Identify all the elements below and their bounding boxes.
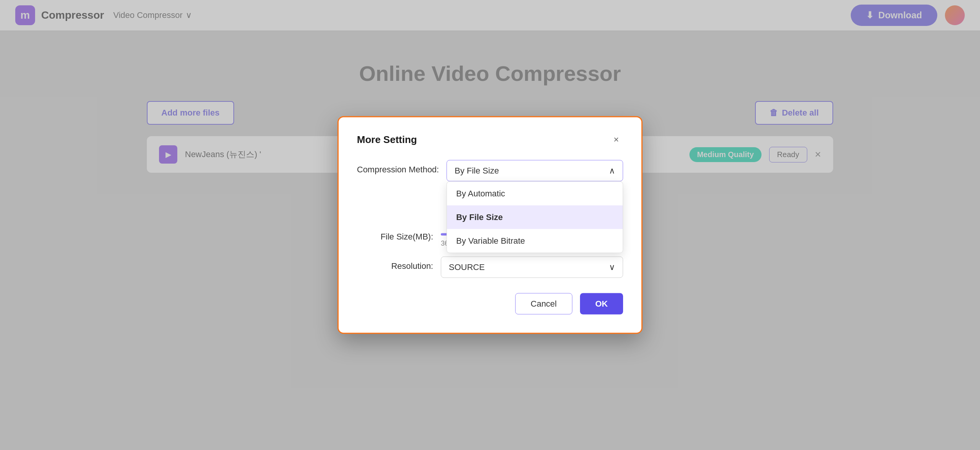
option-by-file-size[interactable]: By File Size (447, 206, 623, 229)
resolution-label: Resolution: (357, 257, 433, 271)
compression-dropdown-trigger[interactable]: By File Size ∧ (447, 160, 623, 182)
compression-dropdown-menu: By Automatic By File Size By Variable Bi… (447, 182, 623, 253)
resolution-control: SOURCE ∨ (441, 257, 623, 278)
compression-selected-value: By File Size (455, 166, 499, 176)
resolution-row: Resolution: SOURCE ∨ (357, 257, 623, 278)
file-size-label: File Size(MB): (357, 227, 433, 242)
option-by-variable-bitrate[interactable]: By Variable Bitrate (447, 229, 623, 253)
compression-method-row: Compression Method: By File Size ∧ By Au… (357, 160, 623, 182)
option-by-automatic[interactable]: By Automatic (447, 182, 623, 206)
modal-close-button[interactable]: × (609, 133, 623, 146)
compression-method-label: Compression Method: (357, 160, 439, 175)
resolution-value: SOURCE (449, 262, 485, 272)
compression-method-control: By File Size ∧ By Automatic By File Size… (447, 160, 623, 182)
chevron-up-icon: ∧ (609, 166, 615, 176)
more-setting-modal: More Setting × Compression Method: By Fi… (337, 116, 643, 334)
modal-footer: Cancel OK (357, 293, 623, 315)
modal-title: More Setting (357, 133, 417, 145)
ok-button[interactable]: OK (580, 293, 623, 315)
modal-header: More Setting × (357, 133, 623, 146)
chevron-down-icon: ∨ (609, 262, 615, 272)
cancel-button[interactable]: Cancel (515, 293, 572, 315)
resolution-dropdown[interactable]: SOURCE ∨ (441, 257, 623, 278)
compression-dropdown-container: By File Size ∧ By Automatic By File Size… (447, 160, 623, 182)
